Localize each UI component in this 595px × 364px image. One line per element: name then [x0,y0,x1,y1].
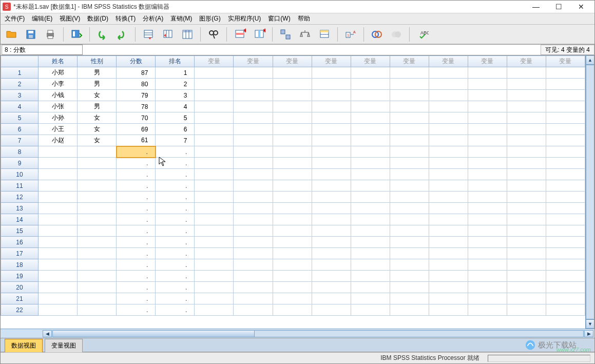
row-header[interactable]: 17 [1,248,39,259]
empty-cell[interactable] [390,101,429,112]
data-cell[interactable]: . [156,304,195,316]
data-cell[interactable]: 70 [117,112,156,124]
empty-cell[interactable] [351,180,390,191]
empty-cell[interactable] [351,248,390,259]
data-cell[interactable]: . [117,225,156,237]
empty-cell[interactable] [234,225,273,237]
empty-cell[interactable] [468,282,507,293]
data-cell[interactable]: 小孙 [39,112,78,124]
data-cell[interactable]: . [156,271,195,282]
empty-cell[interactable] [429,203,468,214]
empty-cell[interactable] [468,180,507,191]
recall-dialog-icon[interactable] [69,27,84,42]
row-header[interactable]: 8 [1,146,39,158]
data-cell[interactable] [78,180,117,191]
empty-cell[interactable] [507,79,546,90]
empty-cell[interactable] [546,203,585,214]
scroll-left-icon[interactable]: ◀ [43,330,52,337]
minimize-button[interactable]: — [525,1,547,13]
empty-cell[interactable] [390,90,429,101]
empty-cell[interactable] [546,237,585,248]
data-cell[interactable] [39,158,78,169]
empty-cell[interactable] [351,304,390,316]
data-cell[interactable]: 3 [156,90,195,101]
data-cell[interactable]: . [156,225,195,237]
empty-cell[interactable] [273,225,312,237]
empty-cell[interactable] [273,214,312,225]
empty-cell[interactable] [351,158,390,169]
data-cell[interactable] [39,304,78,316]
row-header[interactable]: 19 [1,271,39,282]
empty-cell[interactable] [351,67,390,79]
empty-cell[interactable] [390,135,429,146]
empty-cell[interactable] [507,214,546,225]
empty-cell[interactable] [312,124,351,135]
data-cell[interactable] [78,214,117,225]
empty-cell[interactable] [351,112,390,124]
empty-cell[interactable] [312,158,351,169]
scroll-right-icon[interactable]: ▶ [584,330,593,337]
empty-cell[interactable] [234,282,273,293]
empty-cell[interactable] [546,124,585,135]
data-cell[interactable]: . [156,248,195,259]
row-header[interactable]: 14 [1,214,39,225]
empty-cell[interactable] [429,282,468,293]
horizontal-scrollbar[interactable]: ◀ ▶ [1,329,594,338]
data-cell[interactable]: 小钱 [39,90,78,101]
empty-cell[interactable] [234,271,273,282]
empty-cell[interactable] [468,214,507,225]
empty-cell[interactable] [351,203,390,214]
empty-cell[interactable] [429,237,468,248]
empty-cell[interactable] [468,135,507,146]
close-button[interactable]: ✕ [570,1,592,13]
empty-cell[interactable] [468,146,507,158]
empty-cell[interactable] [273,90,312,101]
empty-cell[interactable] [507,259,546,271]
value-labels-icon[interactable]: 1A [343,27,358,42]
empty-cell[interactable] [234,135,273,146]
empty-cell[interactable] [468,101,507,112]
empty-cell[interactable] [546,180,585,191]
empty-cell[interactable] [351,282,390,293]
empty-cell[interactable] [312,203,351,214]
empty-cell[interactable] [234,237,273,248]
empty-cell[interactable] [468,169,507,180]
empty-cell[interactable] [234,90,273,101]
goto-var-icon[interactable] [160,27,176,42]
undo-icon[interactable] [95,27,110,42]
data-cell[interactable]: . [117,203,156,214]
empty-cell[interactable] [390,79,429,90]
data-cell[interactable]: . [156,214,195,225]
empty-cell[interactable] [273,158,312,169]
data-cell[interactable] [39,282,78,293]
data-cell[interactable]: . [117,304,156,316]
empty-cell[interactable] [234,158,273,169]
variables-icon[interactable] [180,27,195,42]
empty-cell[interactable] [546,293,585,304]
empty-cell[interactable] [390,158,429,169]
cell-reference-box[interactable]: 8 : 分数 [2,45,83,55]
redo-icon[interactable] [114,27,130,42]
empty-cell[interactable] [195,293,234,304]
empty-cell[interactable] [507,225,546,237]
menu-help[interactable]: 帮助 [296,13,312,24]
empty-cell[interactable] [429,67,468,79]
empty-cell[interactable] [468,203,507,214]
empty-cell[interactable] [273,293,312,304]
data-cell[interactable]: 女 [78,124,117,135]
spellcheck-icon[interactable]: ABC [415,27,430,42]
empty-cell[interactable] [234,79,273,90]
empty-cell[interactable] [195,101,234,112]
empty-cell[interactable] [195,225,234,237]
data-cell[interactable]: 7 [156,135,195,146]
empty-cell[interactable] [312,191,351,203]
empty-cell[interactable] [312,79,351,90]
row-header[interactable]: 4 [1,101,39,112]
use-sets-icon[interactable] [369,27,385,42]
data-cell[interactable]: . [117,180,156,191]
empty-cell[interactable] [546,135,585,146]
empty-cell[interactable] [429,79,468,90]
empty-cell[interactable] [429,101,468,112]
empty-cell[interactable] [273,169,312,180]
empty-cell[interactable] [234,180,273,191]
